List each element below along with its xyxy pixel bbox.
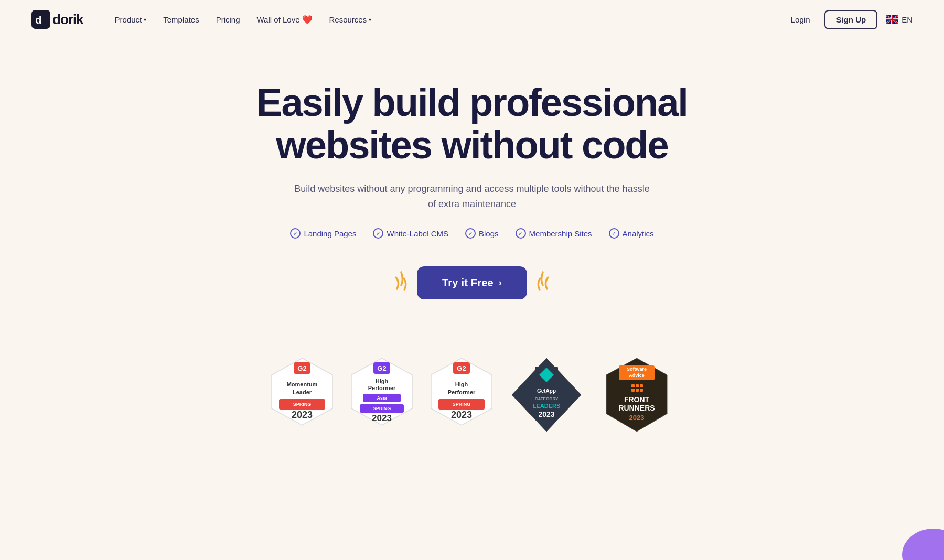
svg-text:Advice: Advice (629, 373, 645, 378)
check-icon: ✓ (290, 228, 301, 239)
check-icon: ✓ (373, 228, 383, 239)
nav-item-resources[interactable]: Resources ▾ (323, 11, 378, 28)
svg-text:Asia: Asia (377, 395, 387, 401)
try-it-free-button[interactable]: Try it Free › (417, 266, 527, 299)
feature-landing-pages: ✓ Landing Pages (290, 228, 356, 239)
svg-text:G2: G2 (457, 364, 466, 372)
svg-text:GetApp: GetApp (537, 388, 556, 394)
check-icon: ✓ (609, 228, 619, 239)
badge-getapp-category-leaders: GetApp CATEGORY LEADERS 2023 (508, 356, 585, 434)
logo[interactable]: d dorik (31, 10, 83, 29)
hero-subtitle: Build websites without any programming a… (294, 181, 650, 212)
svg-text:2023: 2023 (372, 413, 392, 423)
sparkle-right-icon (527, 262, 569, 304)
nav-right: Login Sign Up EN (785, 10, 913, 29)
nav-links: Product ▾ Templates Pricing Wall of Love… (109, 10, 785, 29)
badge-momentum-leader: G2 Momentum Leader SPRING 2023 (269, 356, 336, 434)
badge-high-performer-asia: G2 High Performer Asia SPRING 2023 (348, 356, 415, 434)
svg-point-49 (902, 529, 944, 560)
svg-text:RUNNERS: RUNNERS (618, 404, 655, 412)
arrow-right-icon: › (499, 277, 502, 288)
svg-text:High: High (455, 381, 468, 387)
decorative-purple-shape (892, 518, 944, 560)
features-list: ✓ Landing Pages ✓ White-Label CMS ✓ Blog… (290, 228, 653, 239)
svg-text:SPRING: SPRING (453, 402, 471, 407)
svg-rect-40 (631, 384, 635, 387)
cta-area: Try it Free › (375, 262, 569, 304)
logo-text: dorik (52, 12, 83, 28)
feature-white-label-cms: ✓ White-Label CMS (373, 228, 448, 239)
feature-membership-sites: ✓ Membership Sites (516, 228, 592, 239)
check-icon: ✓ (516, 228, 526, 239)
nav-item-pricing[interactable]: Pricing (210, 11, 246, 28)
hero-section: Easily build professional websites witho… (0, 39, 944, 356)
svg-text:SPRING: SPRING (373, 406, 391, 411)
svg-rect-41 (636, 384, 639, 387)
svg-text:Momentum: Momentum (287, 381, 318, 387)
nav-item-wall-of-love[interactable]: Wall of Love ❤️ (251, 10, 319, 29)
badge-software-advice-front-runners: Software Advice FRONT RUNNERS 2023 (598, 356, 675, 434)
feature-label: White-Label CMS (387, 229, 448, 238)
svg-text:2023: 2023 (292, 410, 313, 420)
svg-text:Software: Software (627, 367, 647, 372)
login-button[interactable]: Login (785, 11, 817, 28)
svg-rect-42 (640, 384, 643, 387)
svg-text:2023: 2023 (451, 410, 472, 420)
svg-text:High: High (376, 378, 389, 384)
svg-text:2023: 2023 (538, 410, 554, 418)
badges-section: G2 Momentum Leader SPRING 2023 G2 High P… (0, 356, 944, 455)
language-selector[interactable]: EN (886, 15, 913, 24)
nav-item-product[interactable]: Product ▾ (109, 11, 153, 28)
feature-label: Landing Pages (304, 229, 356, 238)
svg-text:2023: 2023 (629, 414, 645, 422)
nav-item-templates[interactable]: Templates (157, 11, 205, 28)
svg-text:CATEGORY: CATEGORY (535, 396, 559, 401)
badge-high-performer: G2 High Performer SPRING 2023 (428, 356, 495, 434)
chevron-down-icon: ▾ (144, 17, 146, 23)
signup-button[interactable]: Sign Up (824, 10, 877, 29)
feature-analytics: ✓ Analytics (609, 228, 654, 239)
svg-text:FRONT: FRONT (624, 395, 650, 404)
heart-icon: ❤️ (302, 15, 313, 25)
svg-text:Performer: Performer (448, 389, 476, 395)
flag-icon (886, 15, 898, 24)
feature-blogs: ✓ Blogs (465, 228, 499, 239)
svg-rect-45 (640, 389, 643, 392)
svg-text:Performer: Performer (368, 385, 396, 391)
check-icon: ✓ (465, 228, 476, 239)
feature-label: Analytics (623, 229, 654, 238)
feature-label: Blogs (479, 229, 499, 238)
svg-rect-44 (636, 389, 639, 392)
feature-label: Membership Sites (529, 229, 592, 238)
svg-text:d: d (35, 14, 41, 26)
sparkle-left-icon (375, 262, 417, 304)
svg-text:G2: G2 (377, 364, 386, 372)
navbar: d dorik Product ▾ Templates Pricing Wall… (0, 0, 944, 39)
svg-text:Leader: Leader (293, 389, 312, 395)
hero-title: Easily build professional websites witho… (184, 81, 760, 167)
svg-text:SPRING: SPRING (293, 402, 312, 407)
svg-text:G2: G2 (297, 364, 306, 372)
svg-rect-43 (631, 389, 635, 392)
svg-text:LEADERS: LEADERS (533, 403, 561, 409)
chevron-down-icon: ▾ (369, 17, 371, 23)
